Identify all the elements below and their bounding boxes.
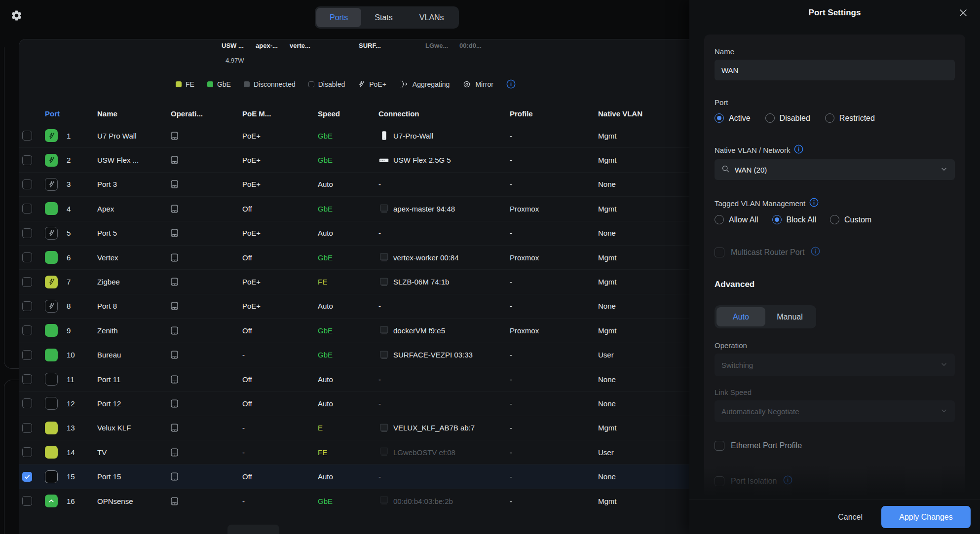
- column-header-operation[interactable]: Operati...: [168, 104, 239, 123]
- row-checkbox[interactable]: [22, 179, 32, 189]
- speed: Auto: [315, 294, 376, 318]
- row-checkbox[interactable]: [22, 155, 32, 165]
- radio-active-control[interactable]: [715, 113, 724, 123]
- radio-custom-label: Custom: [844, 215, 871, 224]
- legend-label: PoE+: [369, 80, 386, 88]
- table-row-port-10[interactable]: 10Bureau-GbESURFACE-VEZPI 03:33-User: [19, 343, 689, 367]
- settings-gear-icon[interactable]: [10, 9, 23, 24]
- row-checkbox[interactable]: [22, 398, 32, 408]
- table-row-port-5[interactable]: 5Port 5PoE+Auto--None: [19, 221, 689, 246]
- port-isolation-checkbox[interactable]: [715, 476, 724, 486]
- connection-text: -: [378, 472, 381, 481]
- row-checkbox[interactable]: [22, 447, 32, 457]
- radio-restricted-control[interactable]: [825, 113, 834, 123]
- table-row-port-13[interactable]: 13Velux KLF-EVELUX_KLF_AB7B ab:7-Mgmt: [19, 416, 689, 440]
- row-checkbox[interactable]: [22, 252, 32, 262]
- info-icon[interactable]: [809, 198, 819, 209]
- native-vlan: Mgmt: [595, 148, 689, 172]
- table-row-port-9[interactable]: 9ZenithOffGbEdockerVM f9:e5ProxmoxMgmt: [19, 319, 689, 343]
- radio-restricted[interactable]: Restricted: [825, 113, 875, 123]
- ethernet-profile-checkbox[interactable]: [715, 441, 724, 451]
- row-checkbox[interactable]: [22, 277, 32, 287]
- advanced-mode-toggle: Auto Manual: [715, 305, 816, 328]
- column-header-connection[interactable]: Connection: [376, 104, 507, 123]
- native-vlan: Mgmt: [595, 270, 689, 293]
- port-icon-gbe: [45, 251, 58, 264]
- column-header-port[interactable]: Port: [42, 104, 94, 123]
- tab-stats[interactable]: Stats: [361, 8, 406, 27]
- radio-active[interactable]: Active: [715, 113, 751, 123]
- poe-mode: Off: [239, 464, 315, 488]
- row-checkbox[interactable]: [22, 374, 32, 384]
- row-checkbox[interactable]: [22, 423, 32, 433]
- radio-custom[interactable]: Custom: [830, 215, 871, 224]
- native-vlan-select[interactable]: WAN (20): [715, 159, 955, 180]
- mode-manual[interactable]: Manual: [765, 307, 814, 326]
- operation-switching-icon: [171, 326, 178, 335]
- tab-vlans[interactable]: VLANs: [406, 8, 457, 27]
- port-isolation-row[interactable]: Port Isolation: [715, 475, 955, 487]
- radio-block-all-control[interactable]: [772, 215, 782, 224]
- port-number: 1: [67, 132, 71, 140]
- radio-block-all[interactable]: Block All: [772, 215, 816, 224]
- radio-allow-all-control[interactable]: [715, 215, 724, 224]
- mode-auto[interactable]: Auto: [716, 307, 765, 326]
- connection: vertex-worker 00:84: [376, 246, 507, 269]
- column-header-name[interactable]: Name: [94, 104, 168, 123]
- row-checkbox[interactable]: [22, 131, 32, 141]
- table-row-port-16[interactable]: 16OPNsense-GbE00:d0:b4:03:be:2b-Mgmt: [19, 489, 689, 513]
- row-checkbox[interactable]: [22, 472, 32, 482]
- column-header-profile[interactable]: Profile: [507, 104, 595, 123]
- legend-label: FE: [186, 80, 194, 88]
- header-checkbox-spacer: [19, 104, 42, 123]
- table-row-port-6[interactable]: 6VertexOffGbEvertex-worker 00:84ProxmoxM…: [19, 246, 689, 270]
- poe-mode: Off: [239, 246, 315, 269]
- table-row-port-2[interactable]: 2USW Flex ...PoE+GbEUSW Flex 2.5G 5-Mgmt: [19, 148, 689, 172]
- profile: Proxmox: [507, 319, 595, 342]
- column-header-native-vlan[interactable]: Native VLAN: [595, 104, 689, 123]
- profile: -: [507, 270, 595, 293]
- connection: LGwebOSTV ef:08: [376, 440, 507, 464]
- poe-mode: PoE+: [239, 294, 315, 318]
- name-field[interactable]: [715, 60, 955, 80]
- operation-switching-icon: [171, 351, 178, 359]
- table-row-port-1[interactable]: 1U7 Pro WallPoE+GbEU7-Pro-Wall-Mgmt: [19, 124, 689, 148]
- radio-disabled-control[interactable]: [765, 113, 775, 123]
- swatch-gbe: [207, 81, 213, 87]
- cancel-button[interactable]: Cancel: [838, 513, 863, 522]
- radio-disabled[interactable]: Disabled: [765, 113, 810, 123]
- info-icon[interactable]: [794, 144, 803, 155]
- column-header-speed[interactable]: Speed: [315, 104, 376, 123]
- poe-mode: -: [239, 343, 315, 367]
- radio-allow-all[interactable]: Allow All: [715, 215, 758, 224]
- table-row-port-8[interactable]: 8Port 8PoE+Auto--None: [19, 294, 689, 319]
- ethernet-port-profile-row[interactable]: Ethernet Port Profile: [715, 441, 955, 451]
- native-vlan: User: [595, 343, 689, 367]
- link-speed-value: Automatically Negotiate: [721, 407, 935, 416]
- table-row-port-14[interactable]: 14TV-FELGwebOSTV ef:08-User: [19, 440, 689, 464]
- row-checkbox[interactable]: [22, 228, 32, 238]
- legend-info-icon[interactable]: [506, 79, 516, 89]
- table-row-port-7[interactable]: 7ZigbeePoE+FESLZB-06M 74:1b-Mgmt: [19, 270, 689, 294]
- row-checkbox[interactable]: [22, 301, 32, 311]
- row-checkbox[interactable]: [22, 325, 32, 335]
- table-row-port-4[interactable]: 4ApexOffGbEapex-master 94:48ProxmoxMgmt: [19, 197, 689, 221]
- close-icon[interactable]: [958, 8, 968, 20]
- row-checkbox[interactable]: [22, 204, 32, 214]
- operation-switching-icon: [171, 156, 178, 164]
- table-row-port-3[interactable]: 3Port 3PoE+Auto--None: [19, 173, 689, 197]
- column-header-poe-mode[interactable]: PoE M...: [239, 104, 315, 123]
- apply-changes-button[interactable]: Apply Changes: [881, 506, 971, 528]
- view-tabs: Ports Stats VLANs: [315, 6, 459, 29]
- pagination-stub[interactable]: [227, 525, 279, 534]
- radio-restricted-label: Restricted: [839, 114, 875, 123]
- table-row-port-11[interactable]: 11Port 11OffAuto--None: [19, 367, 689, 392]
- tab-ports[interactable]: Ports: [316, 8, 361, 27]
- table-row-port-15[interactable]: 15Port 15OffAuto--None: [19, 464, 689, 489]
- radio-custom-control[interactable]: [830, 215, 839, 224]
- row-checkbox[interactable]: [22, 350, 32, 360]
- table-row-port-12[interactable]: 12Port 12OffAuto--None: [19, 392, 689, 416]
- swatch-disabled: [308, 81, 314, 87]
- profile: -: [507, 173, 595, 196]
- row-checkbox[interactable]: [22, 496, 32, 506]
